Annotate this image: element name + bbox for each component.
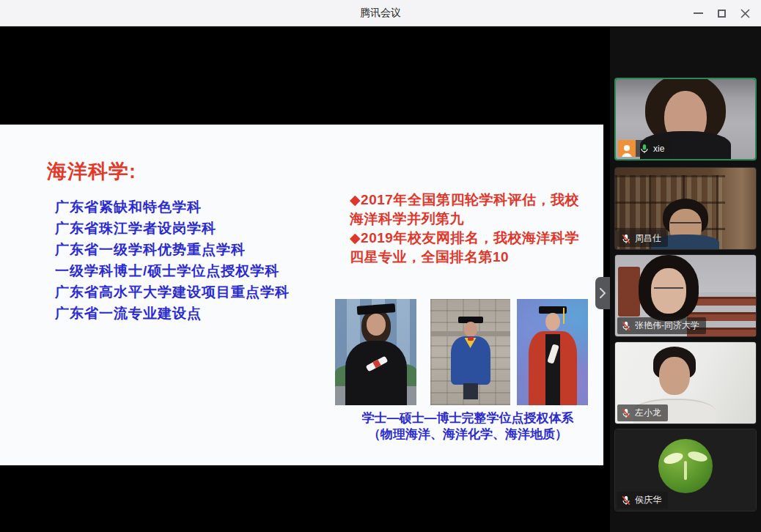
ground-background [335,386,416,405]
participant-name: xie [653,144,664,154]
participant-tile-zhouchangshi[interactable]: 周昌仕 [614,167,757,250]
window-controls [686,2,757,24]
red-doctoral-gown [529,331,577,405]
chevron-right-icon [599,287,606,299]
caption-line: 学士—硕士—博士完整学位点授权体系 [331,410,604,426]
maximize-button[interactable] [710,2,733,24]
participants-sidebar: xie 周昌仕 [610,26,761,532]
ranking-facts: ◆2017年全国第四轮学科评估，我校 海洋科学并列第九 ◆2019年校友网排名，… [350,191,599,267]
doctoral-graduate-photo [517,299,588,405]
maximize-icon [718,10,726,18]
city-buildings-background [335,299,416,375]
bullet-list: 广东省紧缺和特色学科 广东省珠江学者设岗学科 广东省一级学科优势重点学科 一级学… [55,196,290,324]
participant-label: xie [618,140,671,157]
caption-line: （物理海洋、海洋化学、海洋地质） [331,426,604,443]
minimize-icon [694,12,703,14]
fact-line: ◆2019年校友网排名，我校海洋科学 [350,229,599,248]
blue-gown [451,336,490,385]
participant-name: 侯庆华 [635,494,661,506]
close-icon [740,9,750,18]
bullet-item: 广东省一级学科优势重点学科 [55,239,290,260]
person-icon [621,145,633,157]
bullet-item: 广东省高水平大学建设项目重点学科 [55,281,290,303]
diploma-scroll [365,355,388,372]
fact-line: 海洋科学并列第九 [350,210,599,229]
mic-muted-icon [621,495,631,506]
bullet-item: 一级学科博士/硕士学位点授权学科 [55,260,290,281]
slide: 海洋科学: 广东省紧缺和特色学科 广东省珠江学者设岗学科 广东省一级学科优势重点… [0,125,603,465]
participant-name: 张艳伟-同济大学 [635,319,699,332]
trees-background [335,363,416,386]
minimize-button[interactable] [686,2,710,24]
fact-line: ◆2017年全国第四轮学科评估，我校 [350,191,599,210]
participant-label: 左小龙 [617,404,668,421]
titlebar: 腾讯会议 [0,0,761,26]
participant-tile-zhangyanwei[interactable]: 张艳伟-同济大学 [614,254,757,337]
participant-label: 侯庆华 [617,492,668,509]
master-graduate-photo [430,299,510,405]
participant-tile-houqinghua[interactable]: 侯庆华 [614,429,757,511]
mic-on-icon [639,144,650,154]
host-badge [618,140,636,157]
photo-caption: 学士—硕士—博士完整学位点授权体系 （物理海洋、海洋化学、海洋地质） [331,410,604,443]
slide-title: 海洋科学: [47,158,136,185]
participant-tile-xie[interactable]: xie [614,78,757,160]
bullet-item: 广东省珠江学者设岗学科 [55,218,290,239]
participant-label: 张艳伟-同济大学 [617,317,706,334]
mic-muted-icon [621,408,631,418]
meeting-window: 腾讯会议 海洋科学: 广东省紧缺和特色学科 广东省珠江学者设岗学科 广东省一级学… [0,0,761,532]
diploma-scroll [547,344,559,364]
sprout-avatar [658,439,713,493]
tassel [563,308,565,324]
mortarboard-icon [356,303,395,315]
close-button[interactable] [733,2,757,24]
collapse-sidebar-button[interactable] [595,277,610,309]
presentation-stage: 海洋科学: 广东省紧缺和特色学科 广东省珠江学者设岗学科 广东省一级学科优势重点… [0,26,610,532]
fact-line: 四星专业，全国排名第10 [350,248,599,267]
participant-name: 左小龙 [635,407,661,419]
wooden-post-background [618,267,640,317]
window-title: 腾讯会议 [0,0,761,26]
participant-name: 周昌仕 [635,232,661,245]
bachelor-graduate-photo [335,299,416,405]
bullet-item: 广东省一流专业建设点 [55,303,290,324]
mortarboard-icon [458,317,483,323]
participant-label: 周昌仕 [617,230,668,247]
black-gown [345,341,407,405]
participant-tile-zuoxiaolong[interactable]: 左小龙 [614,341,757,424]
bullet-item: 广东省紧缺和特色学科 [55,196,290,218]
stone-balustrade-background [430,299,510,335]
mortarboard-icon [539,306,567,314]
mic-muted-icon [621,321,631,331]
mic-muted-icon [621,234,631,244]
yellow-hood [465,338,477,348]
